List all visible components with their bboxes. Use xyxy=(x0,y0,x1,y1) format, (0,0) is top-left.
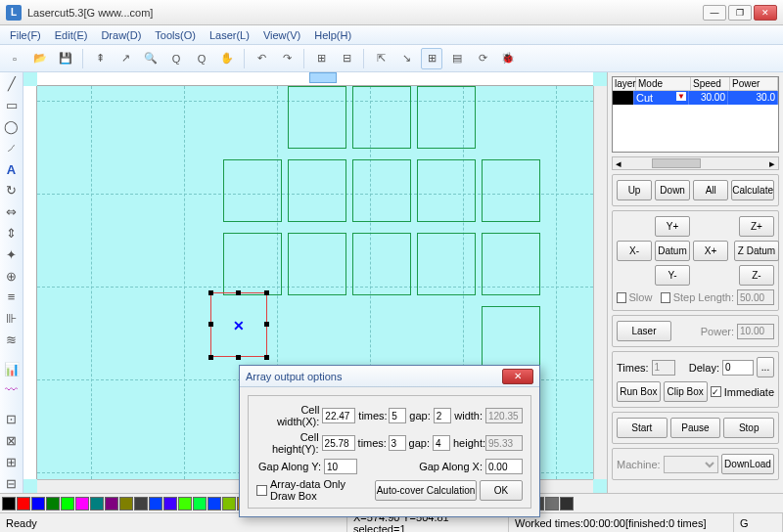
redo-icon[interactable]: ↷ xyxy=(276,48,298,69)
rect-tool-icon[interactable]: ▭ xyxy=(2,96,22,115)
resize-handle[interactable] xyxy=(208,322,213,327)
palette-swatch[interactable] xyxy=(149,497,162,510)
x-plus-button[interactable]: X+ xyxy=(693,241,728,261)
gap-along-y-input[interactable] xyxy=(324,459,357,474)
group3-icon[interactable]: ⊞ xyxy=(2,452,22,471)
text-tool-icon[interactable]: A xyxy=(2,159,22,179)
arraydata-checkbox[interactable] xyxy=(256,485,267,496)
delay-input[interactable] xyxy=(722,360,754,376)
layer-all-button[interactable]: All xyxy=(693,180,728,200)
resize-handle[interactable] xyxy=(264,290,269,295)
bug-icon[interactable]: 🐞 xyxy=(497,48,519,69)
palette-swatch[interactable] xyxy=(134,497,148,510)
times-y-input[interactable] xyxy=(389,435,406,451)
immediate-checkbox[interactable]: ✓ xyxy=(711,386,721,397)
layer-up-button[interactable]: Up xyxy=(617,180,652,200)
menu-draw[interactable]: Draw(D) xyxy=(95,27,147,43)
maximize-button[interactable]: ❐ xyxy=(728,5,752,21)
zoom-in-icon[interactable]: 🔍 xyxy=(140,48,161,69)
zoom-out-icon[interactable]: Q xyxy=(165,48,187,69)
cell-height-input[interactable] xyxy=(322,435,355,451)
gap-x-input[interactable] xyxy=(434,408,451,423)
snap-icon[interactable]: ↘ xyxy=(395,48,417,69)
palette-swatch[interactable] xyxy=(119,497,133,510)
y-plus-button[interactable]: Y+ xyxy=(655,216,690,237)
palette-swatch[interactable] xyxy=(193,497,207,510)
ok-button[interactable]: OK xyxy=(480,480,523,501)
dialog-titlebar[interactable]: Array output options ✕ xyxy=(240,366,539,387)
polyline-tool-icon[interactable]: ⟋ xyxy=(2,138,22,157)
z-plus-button[interactable]: Z+ xyxy=(739,216,774,237)
layer-row[interactable]: Cut▼ 30.00 30.0 xyxy=(613,91,778,105)
layer-down-button[interactable]: Down xyxy=(655,180,690,200)
palette-swatch[interactable] xyxy=(31,497,45,510)
menu-file[interactable]: File(F) xyxy=(4,27,47,43)
node-edit-icon[interactable]: ✦ xyxy=(2,244,22,264)
start-button[interactable]: Start xyxy=(617,418,668,438)
canvas-scrollbar-v[interactable] xyxy=(593,86,607,479)
select-icon[interactable]: ⇱ xyxy=(370,48,392,69)
menu-tools[interactable]: Tools(O) xyxy=(149,27,202,43)
palette-swatch[interactable] xyxy=(178,497,192,510)
download-button[interactable]: DownLoad xyxy=(721,454,774,474)
layer-table[interactable]: layer Mode Speed Power Cut▼ 30.00 30.0 xyxy=(612,76,779,153)
menu-help[interactable]: Help(H) xyxy=(308,27,357,43)
resize-handle[interactable] xyxy=(264,322,269,327)
delay-ellipsis-button[interactable]: ... xyxy=(757,357,774,377)
grid-icon[interactable]: ⊞ xyxy=(421,48,442,69)
layer-scrollbar[interactable]: ◂▸ xyxy=(612,156,779,170)
mirror-v-icon[interactable]: ⇕ xyxy=(2,224,22,244)
slow-checkbox[interactable] xyxy=(617,292,626,303)
palette-swatch[interactable] xyxy=(75,497,89,510)
z-minus-button[interactable]: Z- xyxy=(739,265,774,286)
palette-swatch[interactable] xyxy=(560,497,574,510)
machine-select[interactable] xyxy=(664,456,718,473)
distribute-icon[interactable]: ≋ xyxy=(2,331,22,350)
zoom-fit-icon[interactable]: Q xyxy=(191,48,212,69)
pan-icon[interactable]: ✋ xyxy=(216,48,238,69)
resize-handle[interactable] xyxy=(208,355,213,360)
pause-button[interactable]: Pause xyxy=(670,418,721,438)
gap-y-input[interactable] xyxy=(433,435,450,451)
gap-along-x-input[interactable] xyxy=(485,459,523,474)
group4-icon[interactable]: ⊟ xyxy=(2,473,22,493)
resize-handle[interactable] xyxy=(236,355,241,360)
run-box-button[interactable]: Run Box xyxy=(617,381,661,402)
mirror-h-icon[interactable]: ⇔ xyxy=(2,202,22,222)
line-tool-icon[interactable]: ╱ xyxy=(2,74,22,94)
align2-icon[interactable]: ⊟ xyxy=(336,48,357,69)
undo-icon[interactable]: ↶ xyxy=(251,48,272,69)
dialog-close-button[interactable]: ✕ xyxy=(502,369,533,384)
refresh-icon[interactable]: ⟳ xyxy=(472,48,493,69)
align-top-icon[interactable]: ≡ xyxy=(2,288,22,307)
group2-icon[interactable]: ⊠ xyxy=(2,431,22,451)
layer-mode-cell[interactable]: Cut▼ xyxy=(634,91,689,105)
minimize-button[interactable]: — xyxy=(703,5,726,21)
align-left-icon[interactable]: ⊪ xyxy=(2,309,22,329)
chart-icon[interactable]: 📊 xyxy=(2,359,22,378)
step-checkbox[interactable] xyxy=(661,292,670,303)
open-icon[interactable]: 📂 xyxy=(29,48,51,69)
rotate-tool-icon[interactable]: ↻ xyxy=(2,181,22,200)
palette-swatch[interactable] xyxy=(2,497,16,510)
laser-button[interactable]: Laser xyxy=(617,321,671,341)
menu-edit[interactable]: Edit(E) xyxy=(49,27,94,43)
clip-box-button[interactable]: Clip Box xyxy=(664,381,708,402)
save-icon[interactable]: 💾 xyxy=(55,48,76,69)
resize-handle[interactable] xyxy=(208,290,213,295)
palette-swatch[interactable] xyxy=(46,497,60,510)
new-icon[interactable]: ▫ xyxy=(4,48,25,69)
resize-handle[interactable] xyxy=(264,355,269,360)
ellipse-tool-icon[interactable]: ◯ xyxy=(2,117,22,137)
stop-button[interactable]: Stop xyxy=(723,418,774,438)
y-minus-button[interactable]: Y- xyxy=(655,265,690,286)
resize-handle[interactable] xyxy=(236,290,241,295)
datum-button[interactable]: Datum xyxy=(655,241,690,261)
palette-swatch[interactable] xyxy=(105,497,118,510)
palette-swatch[interactable] xyxy=(163,497,177,510)
palette-swatch[interactable] xyxy=(545,497,559,510)
wave-icon[interactable]: 〰 xyxy=(2,380,22,400)
x-minus-button[interactable]: X- xyxy=(617,241,652,261)
group1-icon[interactable]: ⊡ xyxy=(2,410,22,429)
palette-swatch[interactable] xyxy=(222,497,236,510)
